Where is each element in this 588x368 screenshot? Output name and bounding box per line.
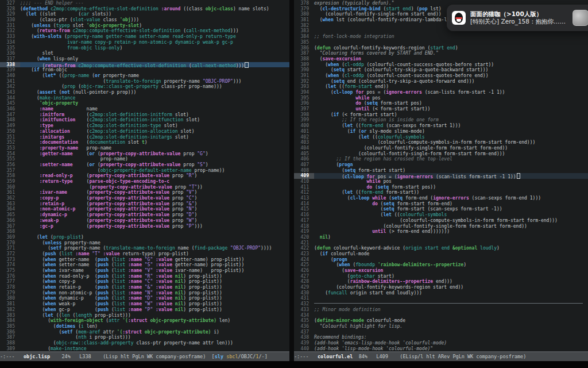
code-line[interactable]: 428 (rainbow-delimiters--propertize end)… bbox=[294, 279, 588, 285]
code-line[interactable]: 396 do (setq form-start pos) bbox=[294, 101, 588, 106]
code-line[interactable]: 393 (let ((form-start end)) bbox=[294, 84, 588, 90]
code-line[interactable]: 412 (let ((form-end form-start)) bbox=[294, 190, 588, 195]
code-line[interactable]: 429 (colourful-fontify-keywords-region s… bbox=[294, 285, 588, 290]
code-line[interactable]: 373 (when getter-name (push (list :name … bbox=[0, 257, 289, 263]
code-line[interactable]: 344 (make-instance bbox=[0, 95, 289, 101]
code-line[interactable]: 437 bbox=[294, 329, 588, 335]
code-line[interactable]: 438Recommend bindings: bbox=[294, 335, 588, 340]
code-line[interactable]: 435(define-minor-mode colourful-mode bbox=[294, 318, 588, 324]
code-line[interactable]: 420 nil) bbox=[294, 235, 588, 240]
qq-notification[interactable]: 面面的猫咖（>100人版） [特别关心] Zero_158：抱抱你…… bbox=[447, 5, 588, 31]
editor-window-colourful-el[interactable]: 378expresion (typically defun)."379 (cl-… bbox=[294, 0, 588, 361]
code-line[interactable]: 339 (if from-objc bbox=[0, 67, 289, 73]
code-line[interactable]: 391 (when (cl-oddp (colourful-count-succ… bbox=[294, 73, 588, 79]
code-line[interactable]: 375 (when ivar-name (push (list :name "V… bbox=[0, 268, 289, 274]
code-line[interactable]: 334 ivar-name copy-p retain-p non-atomic… bbox=[0, 40, 289, 45]
code-line[interactable]: 353 :property-name prop-name bbox=[0, 145, 289, 151]
code-line[interactable]: 388 (objc-raw::class-add-property class-… bbox=[0, 340, 289, 346]
code-line[interactable]: 400 (let ((form-end (scan-sexps form-sta… bbox=[294, 123, 588, 129]
code-line[interactable]: 381 (when weak-p (push (list :name "W" :… bbox=[0, 301, 289, 307]
code-line[interactable]: 426 (save-excursion bbox=[294, 268, 588, 274]
code-line[interactable]: 377 (when copy-p (push (list :name "C" :… bbox=[0, 279, 289, 285]
code-line[interactable]: 433;; Minor mode definition bbox=[294, 307, 588, 313]
code-line[interactable]: 401 (if (or sly-mode slime-mode) bbox=[294, 129, 588, 135]
code-line[interactable]: 343 (assert (not (null-pointer-p prop))) bbox=[0, 90, 289, 95]
code-line[interactable]: 408 (setq form-start start) bbox=[294, 168, 588, 174]
code-line[interactable]: 425 (when (fboundp 'rainbow-delimiters--… bbox=[294, 262, 588, 268]
code-line[interactable]: 337 (when lisp-only bbox=[0, 56, 289, 62]
code-line[interactable]: 414 do (setq form-start form-end) bbox=[294, 201, 588, 207]
code-line[interactable]: 359 :return-type (parse-objc-type-encodi… bbox=[0, 179, 289, 185]
code-line[interactable]: 387 (nth i prop-plist))) bbox=[0, 335, 289, 340]
code-line[interactable]: 385 (dotimes (i len) bbox=[0, 324, 289, 329]
code-line[interactable]: 351 :initargs (c2mop:slot-definition-ini… bbox=[0, 135, 289, 140]
code-line[interactable]: 427 (goto-char start) bbox=[294, 274, 588, 279]
code-line[interactable]: 330 (class-ptr (slot-value class 'obj))) bbox=[0, 17, 289, 23]
code-line[interactable]: 347 :initform (c2mop:slot-definition-ini… bbox=[0, 112, 289, 118]
code-line[interactable]: 333 (with-slots (property-name getter-na… bbox=[0, 34, 289, 40]
code-line[interactable]: 399 ;; If the region is inside one form bbox=[294, 117, 588, 123]
code-line[interactable]: 327;;;; --- END helper --- bbox=[0, 1, 289, 6]
code-line[interactable]: 421 bbox=[294, 240, 588, 246]
code-lines[interactable]: 378expresion (typically defun)."379 (cl-… bbox=[294, 1, 588, 351]
code-line[interactable]: 394 (cl-loop for pos = (ignore-errors (s… bbox=[294, 90, 588, 95]
code-line[interactable]: 342 (prop (objc-raw::class-get-property … bbox=[0, 84, 289, 90]
code-line[interactable]: 368 bbox=[0, 229, 289, 235]
minibuffer[interactable] bbox=[0, 361, 588, 368]
code-line[interactable]: 372 (push (list :name "T" :value return-… bbox=[0, 251, 289, 257]
code-line[interactable]: 374 (when setter-name (push (list :name … bbox=[0, 262, 289, 268]
code-line[interactable]: 424 (progn bbox=[294, 257, 588, 263]
code-line[interactable]: 349 :type (c2mop:slot-definition-type sl… bbox=[0, 123, 289, 129]
code-line[interactable]: 419 until (> form-end end))))))) bbox=[294, 229, 588, 235]
code-line[interactable]: 358 :read-only-p (property-copy-attribut… bbox=[0, 173, 289, 179]
code-line[interactable]: 417 (colourful-compute-symbols-in-form f… bbox=[294, 218, 588, 224]
code-line[interactable]: 422(defun colourful-keyword-advice (orig… bbox=[294, 246, 588, 251]
code-line[interactable]: 432 bbox=[294, 301, 588, 307]
code-line[interactable]: 389 (make-instance bbox=[0, 346, 289, 352]
editor-window-objc-lisp[interactable]: 327;;;; --- END helper ---328(defmethod … bbox=[0, 0, 289, 361]
code-line[interactable]: 410 while pos bbox=[294, 179, 588, 185]
code-line[interactable]: 346 :name name bbox=[0, 106, 289, 112]
code-line[interactable]: 390 (setq start (colourful-try-skip-a-qu… bbox=[294, 67, 588, 73]
code-line[interactable]: 440(add-hook 'lisp-mode-hook 'colourful-… bbox=[294, 346, 588, 352]
code-line[interactable]: 354 :getter-name (or (property-copy-attr… bbox=[0, 151, 289, 157]
code-line[interactable]: 431 bbox=[294, 296, 588, 301]
code-line[interactable]: 388 (save-excursion bbox=[294, 56, 588, 62]
code-line[interactable]: 364 :non-atomic-p (property-copy-attribu… bbox=[0, 206, 289, 212]
code-line[interactable]: 404 (colourful-fontify-single-form form-… bbox=[294, 145, 588, 151]
code-line[interactable]: 418 (colourful-fontify-single-form form-… bbox=[294, 224, 588, 229]
code-line[interactable]: 331 (unless (typep slot 'objc-property-s… bbox=[0, 23, 289, 29]
code-line[interactable]: 356 :setter-name (or (property-copy-attr… bbox=[0, 162, 289, 168]
code-line[interactable]: 403 (colourful-compute-symbols-in-form f… bbox=[294, 140, 588, 145]
code-line[interactable]: 370 (unless property-name bbox=[0, 240, 289, 246]
code-line[interactable]: 389 (when (cl-oddp (colourful-count-succ… bbox=[294, 62, 588, 68]
code-line[interactable]: 386 (setf (mem-aref attr '(:struct objc-… bbox=[0, 329, 289, 335]
code-line[interactable]: 369 (let (prop-plist) bbox=[0, 235, 289, 240]
code-line[interactable]: 397 until (< form-start start)) bbox=[294, 106, 588, 112]
code-line[interactable]: 378 (when retain-p (push (list :name "&"… bbox=[0, 285, 289, 290]
code-line[interactable]: 350 :allocation (c2mop:slot-definition-a… bbox=[0, 129, 289, 135]
code-line[interactable]: 383 (let ((len (length prop-plist))) bbox=[0, 313, 289, 319]
code-line[interactable]: 392 (setq end (colourful-try-skip-a-quot… bbox=[294, 79, 588, 85]
code-line[interactable]: 335 from-objc lisp-only) bbox=[0, 45, 289, 51]
code-line[interactable]: 430 (funcall origin start end loudly))) bbox=[294, 290, 588, 296]
code-line[interactable]: 434 bbox=[294, 313, 588, 319]
code-line[interactable]: 423 (if colourful-mode bbox=[294, 251, 588, 257]
code-line[interactable]: 365 :dynamic-p (property-copy-attribute-… bbox=[0, 212, 289, 218]
code-line[interactable]: 411 do (setq form-start pos)) bbox=[294, 185, 588, 190]
code-line[interactable]: 405 (colourful-fontify-single-form form-… bbox=[294, 151, 588, 157]
code-line[interactable]: 395 while pos bbox=[294, 95, 588, 101]
code-line[interactable]: 362 :copy-p (property-copy-attribute-val… bbox=[0, 195, 289, 201]
code-line[interactable]: 398 (if (< form-start start) bbox=[294, 112, 588, 118]
code-line[interactable]: 387 "Colouring forms covered by START an… bbox=[294, 51, 588, 56]
code-line[interactable]: 380 (when dynamic-p (push (list :name "D… bbox=[0, 296, 289, 301]
code-line[interactable]: 379 (when non-atomic-p (push (list :name… bbox=[0, 290, 289, 296]
code-line[interactable]: 366 :weak-p (property-copy-attribute-val… bbox=[0, 218, 289, 224]
code-line[interactable]: 371 (setf property-name (translate-name-… bbox=[0, 246, 289, 251]
code-line[interactable]: 407 (progn bbox=[294, 162, 588, 168]
code-line[interactable]: 328(defmethod c2mop:compute-effective-sl… bbox=[0, 6, 289, 12]
code-line[interactable]: 352 :documentation (documentation slot t… bbox=[0, 140, 289, 145]
code-line[interactable]: 416 (let ((colourful-symbols bbox=[294, 212, 588, 218]
code-line[interactable]: 384 (with-foreign-object (attr '(:struct… bbox=[0, 318, 289, 324]
code-line[interactable]: 415 (setq form-start (scan-sexps form-st… bbox=[294, 206, 588, 212]
